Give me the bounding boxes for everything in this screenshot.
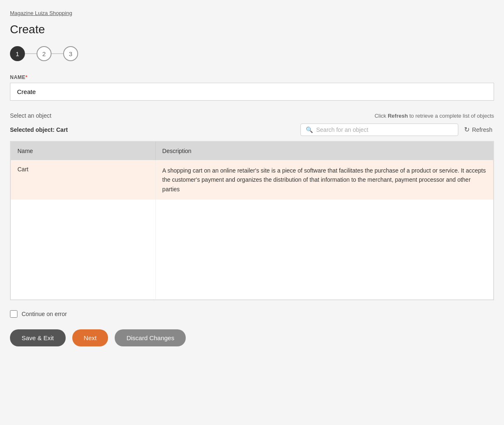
name-label: NAME*: [10, 74, 494, 80]
name-field-section: NAME*: [10, 74, 494, 101]
table-cell-description: A shopping cart on an online retailer's …: [155, 160, 493, 200]
refresh-button[interactable]: ↻ Refresh: [462, 123, 494, 136]
column-header-description: Description: [155, 142, 493, 161]
name-input[interactable]: [10, 83, 494, 101]
step-3[interactable]: 3: [63, 46, 78, 61]
table-row-empty: [11, 279, 494, 299]
table-row-empty: [11, 259, 494, 279]
objects-table: Name Description Cart A shopping cart on…: [10, 141, 494, 300]
table-header-row: Name Description: [11, 142, 494, 161]
page-title: Create: [10, 23, 494, 36]
search-input[interactable]: [316, 126, 453, 133]
continue-on-error-checkbox[interactable]: [10, 310, 17, 318]
search-box: 🔍: [300, 124, 458, 136]
refresh-hint: Click Refresh to retrieve a complete lis…: [374, 113, 494, 119]
table-row-empty: [11, 200, 494, 220]
column-header-name: Name: [11, 142, 156, 161]
next-button[interactable]: Next: [72, 329, 108, 346]
continue-on-error-label: Continue on error: [22, 311, 67, 317]
object-controls: Selected object: Cart 🔍 ↻ Refresh: [10, 123, 494, 136]
table-row-empty: [11, 240, 494, 259]
required-indicator: *: [25, 74, 27, 80]
step-connector-2-3: [52, 53, 63, 54]
page-container: Magazine Luiza Shopping Create 1 2 3 NAM…: [0, 0, 504, 425]
table-row[interactable]: Cart A shopping cart on an online retail…: [11, 160, 494, 200]
breadcrumb: Magazine Luiza Shopping: [10, 10, 494, 16]
discard-changes-button[interactable]: Discard Changes: [115, 329, 186, 346]
select-object-label: Select an object: [10, 112, 52, 119]
steps-container: 1 2 3: [10, 46, 494, 61]
table-row-empty: [11, 220, 494, 240]
search-refresh-group: 🔍 ↻ Refresh: [300, 123, 494, 136]
object-section-header: Select an object Click Refresh to retrie…: [10, 112, 494, 119]
step-connector-1-2: [25, 53, 37, 54]
table-cell-name: Cart: [11, 160, 156, 200]
search-icon: 🔍: [306, 126, 313, 133]
continue-error-row: Continue on error: [10, 310, 494, 318]
step-2[interactable]: 2: [37, 46, 52, 61]
objects-table-wrapper: Name Description Cart A shopping cart on…: [10, 141, 494, 300]
refresh-icon: ↻: [464, 126, 470, 133]
step-1[interactable]: 1: [10, 46, 25, 61]
breadcrumb-link[interactable]: Magazine Luiza Shopping: [10, 10, 72, 16]
buttons-row: Save & Exit Next Discard Changes: [10, 329, 494, 346]
save-exit-button[interactable]: Save & Exit: [10, 329, 66, 346]
selected-object-label: Selected object: Cart: [10, 126, 68, 133]
